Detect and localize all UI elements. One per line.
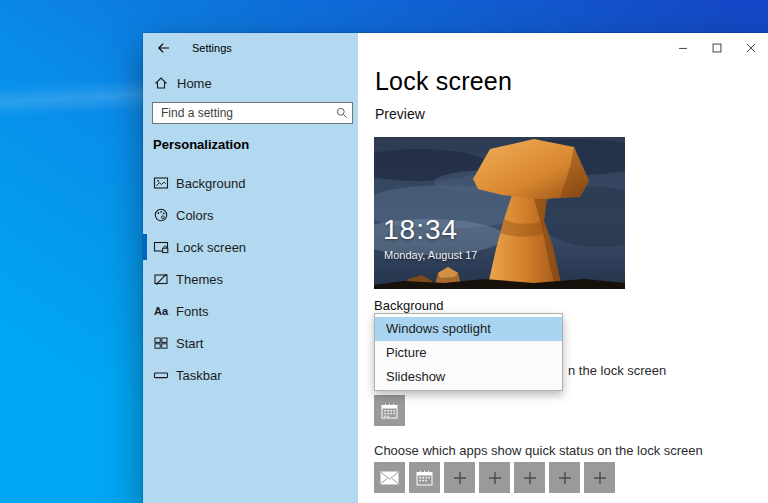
mail-icon	[380, 471, 399, 485]
sidebar-item-label: Themes	[176, 272, 223, 287]
sidebar-item-label: Start	[176, 336, 203, 351]
add-icon	[522, 470, 538, 486]
sidebar-nav: Background Colors	[143, 167, 358, 391]
add-icon	[452, 470, 468, 486]
calendar-icon	[381, 403, 398, 419]
quick-status-add-button[interactable]	[549, 462, 580, 493]
quick-status-add-button[interactable]	[584, 462, 615, 493]
preview-clock-date: Monday, August 17	[384, 249, 477, 261]
maximize-icon	[710, 41, 724, 55]
quick-status-mail-button[interactable]	[374, 462, 405, 493]
background-icon	[153, 175, 169, 191]
detailed-status-app-button[interactable]	[374, 395, 405, 426]
calendar-icon	[416, 470, 433, 486]
sidebar-item-label: Fonts	[176, 304, 209, 319]
sidebar-item-start[interactable]: Start	[143, 327, 358, 359]
desktop-wallpaper: Settings Home Personalization	[0, 0, 768, 503]
sidebar-item-themes[interactable]: Themes	[143, 263, 358, 295]
sidebar-section-header: Personalization	[153, 137, 249, 152]
quick-status-label: Choose which apps show quick status on t…	[374, 443, 703, 458]
back-arrow-icon	[156, 40, 172, 56]
preview-label: Preview	[375, 106, 425, 122]
dropdown-option-windows-spotlight[interactable]: Windows spotlight	[375, 317, 562, 341]
search-box[interactable]	[152, 102, 353, 124]
fonts-icon: Aa	[153, 303, 169, 319]
add-icon	[557, 470, 573, 486]
sidebar-item-label: Colors	[176, 208, 214, 223]
sidebar-item-home[interactable]: Home	[153, 72, 212, 94]
add-icon	[487, 470, 503, 486]
lock-screen-preview: 18:34 Monday, August 17	[374, 137, 625, 289]
start-tiles-icon	[153, 335, 169, 351]
search-input[interactable]	[153, 106, 332, 120]
search-icon[interactable]	[332, 103, 352, 123]
window-title: Settings	[192, 42, 232, 54]
add-icon	[592, 470, 608, 486]
quick-status-add-button[interactable]	[514, 462, 545, 493]
taskbar-icon	[153, 367, 169, 383]
sidebar-item-label: Lock screen	[176, 240, 246, 255]
settings-sidebar: Settings Home Personalization	[143, 33, 358, 503]
themes-icon	[153, 271, 169, 287]
close-button[interactable]	[734, 33, 768, 63]
quick-status-row	[374, 462, 615, 493]
sidebar-item-fonts[interactable]: Aa Fonts	[143, 295, 358, 327]
quick-status-add-button[interactable]	[479, 462, 510, 493]
quick-status-calendar-button[interactable]	[409, 462, 440, 493]
minimize-button[interactable]	[666, 33, 700, 63]
dropdown-option-slideshow[interactable]: Slideshow	[375, 365, 562, 389]
sidebar-item-taskbar[interactable]: Taskbar	[143, 359, 358, 391]
lock-screen-icon	[153, 239, 169, 255]
page-title: Lock screen	[375, 67, 512, 96]
window-controls	[666, 33, 768, 63]
close-icon	[744, 41, 758, 55]
preview-spotlight-image	[374, 137, 625, 289]
sidebar-item-label: Background	[176, 176, 245, 191]
background-dropdown-list: Windows spotlight Picture Slideshow	[374, 313, 563, 391]
main-content: Lock screen Preview	[358, 33, 768, 503]
preview-clock-time: 18:34	[383, 214, 458, 246]
home-icon	[153, 75, 169, 91]
maximize-button[interactable]	[700, 33, 734, 63]
background-dropdown-label: Background	[374, 298, 443, 313]
sidebar-item-colors[interactable]: Colors	[143, 199, 358, 231]
dropdown-option-picture[interactable]: Picture	[375, 341, 562, 365]
sidebar-home-label: Home	[177, 76, 212, 91]
colors-palette-icon	[153, 207, 169, 223]
sidebar-item-lock-screen[interactable]: Lock screen	[143, 231, 358, 263]
settings-window: Settings Home Personalization	[143, 33, 768, 503]
minimize-icon	[676, 41, 690, 55]
sidebar-item-label: Taskbar	[176, 368, 222, 383]
detailed-status-label-fragment: n the lock screen	[568, 363, 666, 378]
sidebar-item-background[interactable]: Background	[143, 167, 358, 199]
quick-status-add-button[interactable]	[444, 462, 475, 493]
back-button[interactable]	[151, 36, 177, 60]
